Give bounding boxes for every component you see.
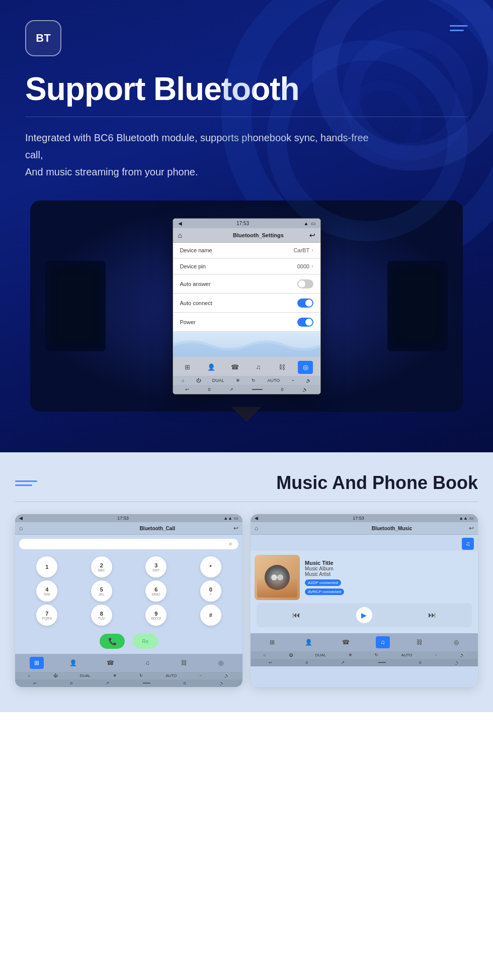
- mc-snow[interactable]: ❄: [349, 653, 352, 657]
- keypad-btn-7[interactable]: 7 PQRS: [36, 605, 57, 626]
- music-note-button[interactable]: ♫: [462, 538, 474, 550]
- music-music-icon[interactable]: ♫: [376, 636, 390, 648]
- zero-l: 0: [208, 387, 210, 392]
- keypad-btn-5[interactable]: 5 JKL: [91, 580, 112, 602]
- keypad-btn-4[interactable]: 4 GHI: [36, 580, 57, 602]
- car-grille-left: [45, 261, 106, 351]
- music-icon[interactable]: ♫: [251, 361, 266, 374]
- recycle-ctrl[interactable]: ↻: [252, 378, 256, 383]
- avrcp-badge: AVRCP connected: [305, 589, 344, 595]
- user-icon[interactable]: 👤: [204, 361, 219, 374]
- music-badges: A2DP connected AVRCP connected: [305, 577, 474, 595]
- phone-wifi: ▲▲: [223, 516, 232, 521]
- music-status-time: 17:53: [353, 516, 364, 521]
- auto-answer-toggle[interactable]: [297, 279, 313, 288]
- mc-fan[interactable]: ~: [435, 653, 438, 657]
- phone-phone-icon[interactable]: ☎: [103, 657, 117, 669]
- device-name-value[interactable]: CarBT ›: [293, 247, 313, 253]
- auto-connect-toggle[interactable]: [297, 299, 313, 308]
- pc-home[interactable]: ⌂: [28, 673, 31, 678]
- clear-icon[interactable]: ✕: [228, 541, 232, 547]
- bluetooth-settings-screen: ◀ 17:53 ▲ ▭ ⌂ Bluetooth_Settings ↩: [173, 218, 321, 395]
- keypad-btn-1[interactable]: 1: [36, 556, 57, 577]
- keypad-btn-star[interactable]: *: [200, 556, 221, 577]
- call-search-bar[interactable]: ✕: [19, 539, 238, 549]
- music-home-icon[interactable]: ⌂: [255, 525, 258, 532]
- music-link-icon[interactable]: ⛓: [413, 636, 427, 648]
- prev-button[interactable]: ⏮: [288, 607, 304, 623]
- pc-snow[interactable]: ❄: [113, 673, 117, 678]
- pc-vold[interactable]: 🔉: [219, 681, 224, 685]
- next-button[interactable]: ⏭: [424, 607, 440, 623]
- link-icon[interactable]: ⛓: [274, 361, 289, 374]
- pc-fan[interactable]: ~: [200, 673, 202, 678]
- keypad-btn-2[interactable]: 2 ABC: [91, 556, 112, 577]
- mc-vol[interactable]: 🔊: [460, 653, 465, 657]
- phone-icon[interactable]: ☎: [227, 361, 242, 374]
- music-screens-row: ◀ 17:53 ▲▲ ▭ ⌂ Bluetooth_Call ↩ ✕: [15, 514, 478, 687]
- phone-settings-icon[interactable]: ◎: [214, 657, 228, 669]
- hero-description: Integrated with BC6 Bluetooth module, su…: [25, 129, 377, 180]
- phone-grid-icon[interactable]: ⊞: [30, 657, 44, 669]
- pc-vol[interactable]: 🔊: [224, 673, 229, 678]
- power-ctrl[interactable]: ⏻: [196, 378, 201, 383]
- music-grid-icon[interactable]: ⊞: [265, 636, 279, 648]
- phone-music-icon[interactable]: ♫: [140, 657, 154, 669]
- keypad-btn-8[interactable]: 8 TUV: [91, 605, 112, 626]
- music-menu-icon[interactable]: [15, 480, 37, 486]
- pc-recycle[interactable]: ↻: [139, 673, 143, 678]
- phone-link-icon[interactable]: ⛓: [177, 657, 191, 669]
- device-pin-value[interactable]: 0000 ›: [297, 263, 313, 269]
- settings-icon[interactable]: ◎: [298, 361, 313, 374]
- play-button[interactable]: ▶: [356, 607, 372, 623]
- mc-home[interactable]: ⌂: [264, 653, 266, 657]
- keypad-btn-0[interactable]: 0 +: [200, 580, 221, 602]
- phone-back-arrow: ◀: [19, 516, 23, 521]
- music-user-icon[interactable]: 👤: [302, 636, 316, 648]
- player-controls: ⏮ ▶ ⏭: [257, 603, 472, 627]
- music-controls-1: ⌂ ⏻ DUAL ❄ ↻ AUTO ~ 🔊: [251, 651, 478, 659]
- call-button[interactable]: 📞: [100, 634, 125, 649]
- mc-vold[interactable]: 🔉: [455, 660, 460, 665]
- pc-mic[interactable]: ↗: [106, 681, 109, 685]
- keypad-btn-9[interactable]: 9 WXYZ: [145, 605, 167, 626]
- keypad-btn-6[interactable]: 6 MNO: [145, 580, 167, 602]
- phone-back-icon[interactable]: ↩: [233, 525, 238, 532]
- phone-home-icon[interactable]: ⌂: [19, 525, 23, 532]
- pc-arrow[interactable]: ↩: [33, 681, 37, 685]
- music-bottom-icons: ⊞ 👤 ☎ ♫ ⛓ ◎: [251, 633, 478, 651]
- phone-controls-1: ⌂ ⏻ DUAL ❄ ↻ AUTO ~ 🔊: [15, 672, 242, 679]
- vol-down[interactable]: 🔉: [302, 387, 308, 392]
- menu-icon[interactable]: [450, 20, 468, 31]
- home-ctrl[interactable]: ⌂: [182, 378, 184, 383]
- pc-power[interactable]: ⏻: [53, 673, 57, 678]
- home-icon[interactable]: ⌂: [178, 231, 182, 239]
- controls-bar-2: ↩ 0 ↗ ━━━━ 0 🔉: [173, 385, 320, 394]
- keypad-btn-3[interactable]: 3 DEF: [145, 556, 167, 577]
- music-phone-icon[interactable]: ☎: [339, 636, 353, 648]
- mic-ctrl[interactable]: ↗: [229, 387, 233, 392]
- mc-power[interactable]: ⏻: [289, 653, 293, 657]
- auto-connect-label: Auto connect: [180, 300, 212, 306]
- mc-arrow[interactable]: ↩: [269, 660, 272, 665]
- mc-mic[interactable]: ↗: [341, 660, 345, 665]
- redial-button[interactable]: Re: [133, 634, 158, 649]
- snowflake-ctrl[interactable]: ❄: [236, 378, 240, 383]
- music-back-icon[interactable]: ↩: [469, 525, 474, 532]
- keypad-btn-hash[interactable]: #: [200, 605, 221, 626]
- grid-icon[interactable]: ⊞: [180, 361, 195, 374]
- power-row: Power: [173, 313, 320, 332]
- music-settings-icon[interactable]: ◎: [449, 636, 463, 648]
- hero-title: Support Bluetooth: [25, 71, 468, 107]
- arrow-ctrl[interactable]: ↩: [185, 387, 189, 392]
- fan-ctrl[interactable]: ~: [291, 378, 294, 383]
- vol-ctrl[interactable]: 🔊: [306, 378, 311, 383]
- mc-recycle[interactable]: ↻: [375, 653, 378, 657]
- status-icons: ▲ ▭: [304, 221, 315, 226]
- music-info: Music Title Music Album Music Artist A2D…: [305, 560, 474, 595]
- screen-back-icon[interactable]: ↩: [309, 231, 315, 239]
- power-toggle[interactable]: [297, 318, 313, 327]
- auto-answer-row: Auto answer: [173, 275, 320, 293]
- phone-user-icon[interactable]: 👤: [66, 657, 80, 669]
- music-wifi: ▲▲: [459, 516, 468, 521]
